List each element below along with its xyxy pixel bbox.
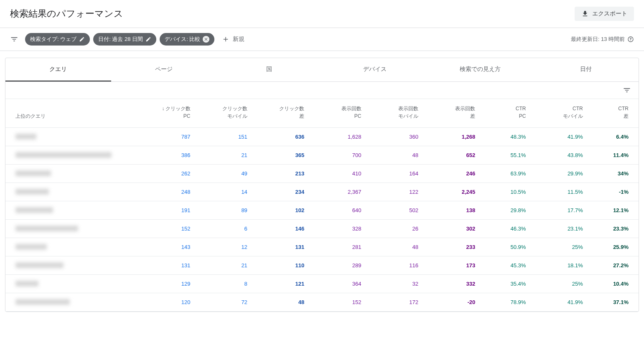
tab-5[interactable]: 日付 [533,58,639,81]
filter-chip-search-type[interactable]: 検索タイプ: ウェブ [25,33,90,46]
tab-4[interactable]: 検索での見え方 [428,58,533,81]
add-filter-label: 新規 [233,36,244,43]
cell-ctr-diff: 6.4% [588,128,639,146]
filter-bar: 検索タイプ: ウェブ 日付: 過去 28 日間 デバイス: 比較 新規 最終更新… [0,28,644,51]
cell-imp-mobile: 26 [367,220,423,238]
cell-query[interactable]: . [5,183,138,201]
cell-clicks-pc: 120 [138,293,195,312]
table-row[interactable]: .2624921341016424663.9%29.9%34% [5,165,639,183]
cell-query[interactable]: . [5,220,138,238]
cell-query[interactable]: . [5,165,138,183]
cell-ctr-pc: 48.3% [480,128,531,146]
col-impressions-diff[interactable]: 表示回数差 [423,99,480,128]
cell-imp-diff: 302 [423,220,480,238]
tab-1[interactable]: ページ [111,58,217,81]
tabs: クエリページ国デバイス検索での見え方日付 [5,58,639,82]
col-impressions-pc[interactable]: 表示回数PC [309,99,366,128]
export-button[interactable]: エクスポート [575,7,634,21]
cell-imp-pc: 152 [309,293,366,312]
table-row[interactable]: .1312111028911617345.3%18.1%27.2% [5,256,639,275]
cell-query[interactable]: . [5,146,138,165]
cell-clicks-pc: 129 [138,275,195,293]
cell-imp-mobile: 32 [367,275,423,293]
cell-ctr-mobile: 25% [531,275,588,293]
download-icon [581,10,589,18]
cell-ctr-diff: 23.3% [588,220,639,238]
cell-ctr-mobile: 25% [531,238,588,256]
cell-ctr-pc: 45.3% [480,256,531,275]
cell-imp-mobile: 502 [367,201,423,220]
table-row[interactable]: .386213657004865255.1%43.8%11.4% [5,146,639,165]
cell-clicks-mobile: 89 [196,201,252,220]
cell-imp-pc: 281 [309,238,366,256]
cell-ctr-pc: 46.3% [480,220,531,238]
cell-ctr-diff: 37.1% [588,293,639,312]
cell-clicks-mobile: 21 [196,256,252,275]
table-row[interactable]: .15261463282630246.3%23.1%23.3% [5,220,639,238]
cell-ctr-diff: -1% [588,183,639,201]
cell-ctr-pc: 63.9% [480,165,531,183]
cell-ctr-pc: 35.4% [480,275,531,293]
cell-clicks-pc: 787 [138,128,195,146]
cell-imp-mobile: 48 [367,146,423,165]
cell-query[interactable]: . [5,275,138,293]
pencil-icon [79,36,85,42]
cell-ctr-diff: 34% [588,165,639,183]
chip-label: 検索タイプ: ウェブ [30,36,76,43]
cell-imp-pc: 1,628 [309,128,366,146]
col-ctr-pc[interactable]: CTRPC [480,99,531,128]
cell-ctr-mobile: 41.9% [531,128,588,146]
cell-clicks-diff: 146 [252,220,309,238]
cell-imp-pc: 364 [309,275,366,293]
cell-ctr-diff: 25.9% [588,238,639,256]
cell-imp-diff: 332 [423,275,480,293]
filter-icon[interactable] [10,35,18,43]
cell-ctr-mobile: 17.7% [531,201,588,220]
table-filter-icon[interactable] [623,86,631,94]
table-row[interactable]: .248142342,3671222,24510.5%11.5%-1% [5,183,639,201]
cell-ctr-pc: 55.1% [480,146,531,165]
cell-clicks-pc: 143 [138,238,195,256]
table-row[interactable]: .1207248152172-2078.9%41.9%37.1% [5,293,639,312]
table-row[interactable]: .7871516361,6283601,26848.3%41.9%6.4% [5,128,639,146]
cell-imp-diff: 173 [423,256,480,275]
last-updated-text: 最終更新日: 13 時間前 [571,36,625,43]
col-query[interactable]: 上位のクエリ [5,99,138,128]
col-clicks-pc[interactable]: ↓クリック数PC [138,99,195,128]
content: クエリページ国デバイス検索での見え方日付 上位のクエリ ↓クリック数PC クリッ… [0,51,644,312]
filter-left: 検索タイプ: ウェブ 日付: 過去 28 日間 デバイス: 比較 新規 [10,33,249,46]
cell-query[interactable]: . [5,238,138,256]
table-row[interactable]: .12981213643233235.4%25%10.4% [5,275,639,293]
cell-query[interactable]: . [5,128,138,146]
export-label: エクスポート [592,10,627,18]
col-clicks-diff[interactable]: クリック数差 [252,99,309,128]
plus-icon [222,36,229,43]
cell-ctr-pc: 50.9% [480,238,531,256]
tab-3[interactable]: デバイス [322,58,428,81]
cell-clicks-diff: 234 [252,183,309,201]
table-row[interactable]: .143121312814823350.9%25%25.9% [5,238,639,256]
cell-query[interactable]: . [5,201,138,220]
cell-ctr-diff: 10.4% [588,275,639,293]
filter-chip-date[interactable]: 日付: 過去 28 日間 [93,33,156,46]
cell-imp-pc: 2,367 [309,183,366,201]
cell-imp-mobile: 122 [367,183,423,201]
col-ctr-diff[interactable]: CTR差 [588,99,639,128]
cell-query[interactable]: . [5,293,138,312]
cell-clicks-mobile: 8 [196,275,252,293]
table-row[interactable]: .1918910264050213829.8%17.7%12.1% [5,201,639,220]
tab-0[interactable]: クエリ [5,58,111,81]
col-clicks-mobile[interactable]: クリック数モバイル [196,99,252,128]
cell-clicks-pc: 131 [138,256,195,275]
help-icon[interactable] [627,36,634,43]
tab-2[interactable]: 国 [216,58,322,81]
filter-chip-device[interactable]: デバイス: 比較 [160,33,214,46]
col-impressions-mobile[interactable]: 表示回数モバイル [367,99,423,128]
add-filter-button[interactable]: 新規 [218,33,249,46]
cell-imp-diff: 652 [423,146,480,165]
cell-clicks-mobile: 21 [196,146,252,165]
close-icon[interactable] [203,36,209,43]
col-ctr-mobile[interactable]: CTRモバイル [531,99,588,128]
performance-table: 上位のクエリ ↓クリック数PC クリック数モバイル クリック数差 表示回数PC … [5,99,639,312]
cell-query[interactable]: . [5,256,138,275]
